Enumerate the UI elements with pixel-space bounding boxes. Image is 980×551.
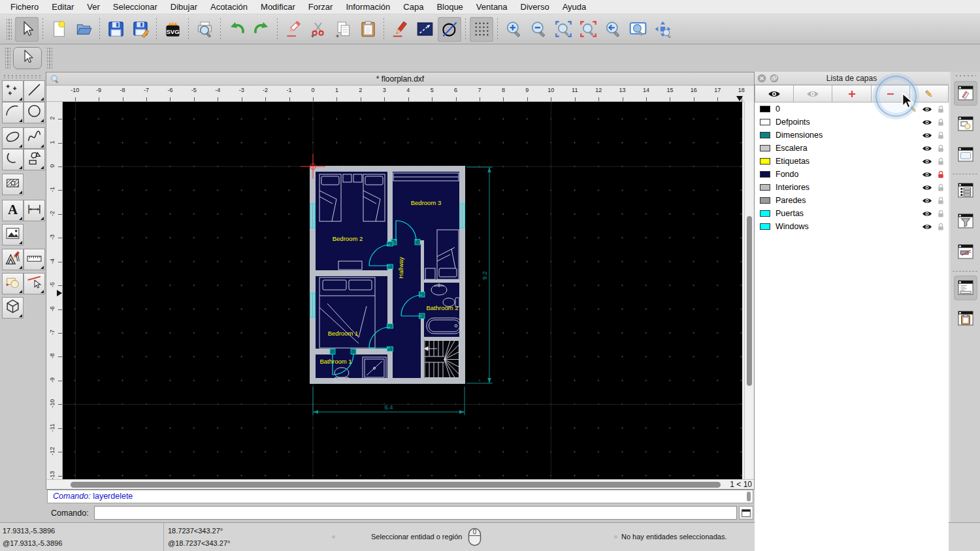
add-layer-button[interactable] (832, 85, 871, 102)
measure-tool-button[interactable] (24, 249, 45, 270)
vertical-scrollbar-thumb[interactable] (747, 216, 752, 386)
grid-snap-button[interactable] (470, 17, 493, 42)
spline-tool-button[interactable] (24, 127, 45, 149)
layer-visibility-toggle[interactable] (922, 105, 932, 114)
layer-list-dock-button[interactable] (954, 81, 977, 106)
menu-fichero[interactable]: Fichero (4, 0, 45, 14)
command-widget-dock-button[interactable] (954, 276, 977, 300)
arc-tool-button[interactable] (2, 102, 24, 123)
deselect-tool-button[interactable] (24, 273, 45, 294)
zoom-auto-button[interactable] (551, 17, 575, 42)
layer-row[interactable]: Windows (755, 220, 949, 233)
palette-drag-handle[interactable] (3, 74, 41, 78)
print-preview-button[interactable] (193, 17, 216, 42)
layer-lock-toggle[interactable] (936, 144, 946, 153)
zoom-in-button[interactable] (502, 17, 525, 42)
image-tool-button[interactable] (2, 224, 24, 245)
line-tool-button[interactable] (24, 80, 45, 102)
cut-button[interactable] (306, 17, 330, 42)
menu-dibujar[interactable]: Dibujar (164, 0, 204, 14)
layer-lock-toggle[interactable] (936, 131, 946, 140)
zoom-previous-button[interactable] (601, 17, 625, 42)
copy-button[interactable] (331, 17, 355, 42)
layer-row[interactable]: Interiores (755, 181, 949, 194)
line-attributes-button[interactable] (413, 17, 436, 42)
new-button[interactable] (47, 17, 71, 42)
layer-visibility-toggle[interactable] (922, 197, 932, 205)
layer-visibility-toggle[interactable] (922, 118, 932, 127)
layer-row[interactable]: Etiquetas (755, 155, 949, 168)
layer-lock-toggle[interactable] (936, 118, 946, 127)
entity-filter-dock-button[interactable] (954, 209, 977, 234)
layer-visibility-toggle[interactable] (922, 157, 932, 166)
menu-diverso[interactable]: Diverso (514, 0, 556, 14)
menu-información[interactable]: Información (339, 0, 397, 14)
zoom-refresh-button[interactable] (576, 17, 600, 42)
layer-lock-toggle[interactable] (936, 223, 946, 231)
draw-tools-tool-button[interactable] (2, 249, 24, 270)
layer-lock-toggle[interactable] (936, 170, 946, 179)
block-list-dock-button[interactable] (954, 112, 977, 136)
delete-button[interactable] (282, 17, 305, 42)
ellipse-tool-button[interactable] (2, 127, 24, 149)
layer-row[interactable]: Dimensiones (755, 129, 949, 142)
menu-forzar[interactable]: Forzar (302, 0, 340, 14)
layer-row[interactable]: Defpoints (755, 116, 949, 129)
blocks-tool-button[interactable] (2, 273, 24, 294)
dimension-tool-button[interactable] (24, 200, 45, 221)
menu-capa[interactable]: Capa (397, 0, 430, 14)
remove-layer-button[interactable] (872, 85, 910, 102)
save-as-button[interactable] (129, 17, 152, 42)
layer-row[interactable]: Escalera (755, 142, 949, 155)
toolbar-drag-handle[interactable] (7, 19, 12, 40)
polygon-tool-button[interactable] (24, 149, 45, 170)
edit-layer-button[interactable] (910, 85, 949, 102)
layer-visibility-toggle[interactable] (922, 131, 932, 140)
menu-acotación[interactable]: Acotación (204, 0, 254, 14)
save-button[interactable] (104, 17, 127, 42)
layer-lock-toggle[interactable] (936, 105, 946, 114)
cube-tool-button[interactable] (2, 297, 24, 319)
clipboard-widget-dock-button[interactable] (954, 306, 977, 331)
zoom-out-button[interactable] (527, 17, 550, 42)
menu-seleccionar[interactable]: Seleccionar (106, 0, 164, 14)
zoom-pan-button[interactable] (651, 17, 674, 42)
horizontal-scrollbar[interactable] (47, 479, 727, 489)
toolbar-drag-handle[interactable] (5, 48, 10, 69)
menu-editar[interactable]: Editar (45, 0, 80, 14)
command-options-button[interactable] (739, 506, 753, 520)
points-tool-button[interactable] (2, 80, 24, 102)
layer-visibility-toggle[interactable] (922, 183, 932, 192)
polyline-tool-button[interactable] (2, 149, 24, 170)
select-tool-button[interactable] (13, 47, 42, 69)
pen-palette-dock-button[interactable] (954, 240, 977, 264)
drawing-canvas[interactable]: Bedroom 2 Bedroom 3 Bedroom 1 Bathroom 1… (63, 102, 742, 479)
layer-lock-toggle[interactable] (936, 157, 946, 166)
layer-row[interactable]: Paredes (755, 194, 949, 207)
hatch-tool-button[interactable] (2, 174, 24, 195)
layer-lock-toggle[interactable] (936, 210, 946, 218)
zoom-window-button[interactable] (626, 17, 649, 42)
text-tool-button[interactable]: A (2, 200, 24, 221)
open-button[interactable] (72, 17, 95, 42)
layer-visibility-toggle[interactable] (922, 210, 932, 218)
layer-row[interactable]: 0 (755, 102, 949, 116)
horizontal-scrollbar-thumb[interactable] (71, 482, 721, 488)
menu-ventana[interactable]: Ventana (470, 0, 514, 14)
entity-list-dock-button[interactable] (954, 178, 977, 203)
menu-ayuda[interactable]: Ayuda (556, 0, 593, 14)
circle-tool-button[interactable] (24, 102, 45, 123)
menu-ver[interactable]: Ver (80, 0, 106, 14)
layer-visibility-toggle[interactable] (922, 223, 932, 231)
show-all-layers-button[interactable] (755, 85, 794, 102)
layer-row[interactable]: Puertas (755, 207, 949, 220)
library-browser-dock-button[interactable] (954, 142, 977, 167)
layer-visibility-toggle[interactable] (922, 170, 932, 179)
command-history-scrollbar[interactable] (747, 492, 751, 501)
layer-lock-toggle[interactable] (936, 183, 946, 192)
layer-lock-toggle[interactable] (936, 197, 946, 205)
export-svg-button[interactable]: SVG (161, 17, 184, 42)
hide-all-layers-button[interactable] (794, 85, 832, 102)
command-input[interactable] (94, 506, 737, 520)
dock-drag-handle[interactable] (955, 74, 976, 78)
